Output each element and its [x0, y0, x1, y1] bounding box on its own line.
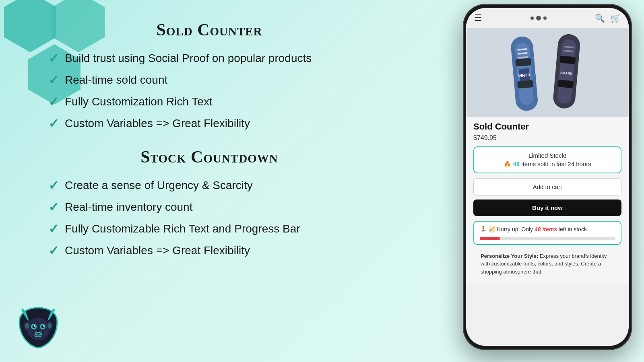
sold-limited-label: Limited Stock!: [481, 152, 614, 159]
list-item: ✓ Fully Customization Rich Text: [48, 94, 370, 109]
svg-rect-24: [517, 80, 533, 88]
phone-screen: ☰ 🔍 🛒: [466, 8, 629, 346]
left-content: Sold Counter ✓ Build trust using Social …: [48, 20, 370, 265]
camera-area: [482, 16, 595, 21]
sold-count-line: 🔥 48 items sold in last 24 hours: [481, 160, 614, 168]
stock-items-count: 48 items: [535, 226, 557, 232]
stock-countdown-title: Stock Countdown: [48, 147, 370, 167]
svg-rect-30: [559, 56, 576, 64]
search-icon[interactable]: 🔍: [595, 13, 605, 23]
list-item: ✓ Custom Variables => Great Flexibility: [48, 116, 370, 131]
svg-point-6: [43, 325, 44, 327]
svg-rect-15: [467, 28, 628, 117]
cam-dot-3: [543, 16, 547, 20]
list-item: ✓ Custom Variables => Great Flexibility: [48, 243, 370, 258]
feature-text: Real-time sold count: [65, 74, 167, 86]
progress-bar-fill: [480, 237, 500, 240]
product-info: Sold Counter $749.95 Limited Stock! 🔥 48…: [466, 117, 629, 284]
topbar-right-icons: 🔍 🛒: [595, 13, 621, 23]
sold-counter-box: Limited Stock! 🔥 48 items sold in last 2…: [473, 146, 621, 173]
bottom-text-bold: Personalize Your Style:: [481, 253, 538, 259]
product-title: Sold Counter: [473, 121, 621, 132]
phone-mockup: ☰ 🔍 🛒: [463, 4, 636, 356]
check-icon: ✓: [48, 178, 59, 193]
sold-counter-title: Sold Counter: [48, 20, 370, 39]
sold-number: 48: [513, 160, 520, 167]
bull-logo: [16, 306, 60, 350]
svg-rect-31: [557, 80, 574, 88]
cam-dot-1: [530, 16, 534, 20]
list-item: ✓ Real-time inventory count: [48, 200, 370, 215]
svg-rect-23: [515, 58, 531, 66]
list-item: ✓ Build trust using Social Proof on popu…: [48, 51, 370, 66]
check-icon: ✓: [48, 116, 59, 131]
check-icon: ✓: [48, 72, 59, 88]
stock-countdown-section: Stock Countdown ✓ Create a sense of Urge…: [48, 147, 370, 258]
menu-icon[interactable]: ☰: [474, 13, 482, 23]
check-icon: ✓: [48, 200, 59, 215]
stock-text-line: 🏃 🧭 Hurry up! Only 48 items left in stoc…: [480, 226, 615, 234]
progress-bar-bg: [480, 237, 615, 240]
feature-text: Fully Customization Rich Text: [65, 95, 213, 108]
svg-point-14: [47, 323, 52, 329]
sold-counter-features: ✓ Build trust using Social Proof on popu…: [48, 51, 370, 131]
phone-outer: ☰ 🔍 🛒: [463, 4, 632, 350]
list-item: ✓ Create a sense of Urgency & Scarcity: [48, 178, 370, 193]
feature-text: Real-time inventory count: [65, 201, 192, 214]
check-icon: ✓: [48, 51, 59, 66]
check-icon: ✓: [48, 243, 59, 258]
phone-topbar: ☰ 🔍 🛒: [466, 8, 629, 28]
stock-countdown-box: 🏃 🧭 Hurry up! Only 48 items left in stoc…: [473, 221, 621, 245]
svg-point-12: [25, 323, 29, 329]
cart-icon[interactable]: 🛒: [611, 13, 621, 23]
svg-point-5: [34, 325, 35, 327]
check-icon: ✓: [48, 221, 59, 237]
sold-text-suffix: items sold in last 24 hours: [520, 160, 591, 167]
cam-dot-2: [536, 16, 541, 21]
bottom-text: Personalize Your Style: Express your bra…: [473, 249, 621, 279]
list-item: ✓ Real-time sold count: [48, 72, 370, 88]
feature-text: Fully Customizable Rich Text and Progres…: [65, 222, 300, 235]
feature-text: Custom Variables => Great Flexibility: [65, 244, 250, 257]
buy-now-button[interactable]: Buy it now: [473, 200, 621, 216]
phone-side-button: [632, 84, 632, 109]
feature-text: Build trust using Social Proof on popula…: [65, 52, 312, 65]
product-price: $749.95: [473, 134, 621, 142]
product-image-area: WNTR BOARD: [466, 28, 629, 117]
list-item: ✓ Fully Customizable Rich Text and Progr…: [48, 221, 370, 237]
feature-text: Custom Variables => Great Flexibility: [65, 117, 250, 130]
feature-text: Create a sense of Urgency & Scarcity: [65, 179, 253, 192]
add-to-cart-button[interactable]: Add to cart: [473, 178, 621, 195]
check-icon: ✓: [48, 94, 59, 109]
stock-countdown-features: ✓ Create a sense of Urgency & Scarcity ✓…: [48, 178, 370, 258]
